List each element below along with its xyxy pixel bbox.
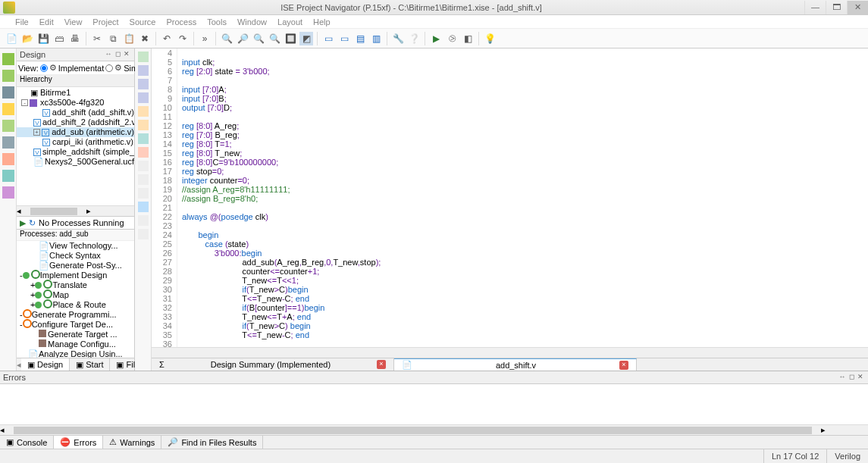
play-icon[interactable]: ▶ [429,32,443,45]
gutter-icon-6[interactable] [138,120,149,130]
process-item[interactable]: -Generate Programmi... [17,310,134,320]
errors-float-icon[interactable]: ◻ [847,373,856,382]
delete-icon[interactable]: ✖ [138,32,152,45]
help-tool-icon[interactable]: ❔ [407,32,421,45]
hierarchy-item[interactable]: Vsimple_addshift (simple_a [17,147,134,157]
tab-close-icon[interactable]: × [377,360,386,369]
play-small-icon[interactable]: ▶ [20,218,26,228]
maximize-button[interactable]: 🗖 [826,1,847,14]
bottom-tab-find-in-files-results[interactable]: 🔎Find in Files Results [161,436,263,449]
panel-arrow-icon[interactable]: ↔ [104,50,113,59]
bottom-tab-errors[interactable]: ⛔Errors [54,436,103,449]
copy-icon[interactable]: ⧉ [106,32,120,45]
rail-icon-1[interactable] [2,53,14,65]
process-item[interactable]: 📄Check Syntax [17,251,134,261]
window-tile-icon[interactable]: ▭ [321,32,335,45]
process-item[interactable]: 📄Analyze Design Usin... [17,349,134,358]
errors-arrow-icon[interactable]: ↔ [838,373,847,382]
wrench-icon[interactable]: 🔧 [391,32,405,45]
save-icon[interactable]: 💾 [36,32,50,45]
undo-icon[interactable]: ↶ [160,32,174,45]
gutter-icon-13[interactable] [138,215,149,226]
window-vsplit-icon[interactable]: ▥ [369,32,383,45]
hierarchy-hscroll[interactable]: ◂▸ [17,205,134,216]
zoom-fit-icon[interactable]: 🔲 [284,32,297,45]
menu-window[interactable]: Window [237,17,267,27]
print-icon[interactable]: 🖶 [68,32,82,45]
open-icon[interactable]: 📂 [20,32,34,45]
cut-icon[interactable]: ✂ [90,32,104,45]
editor-tab[interactable]: 📄add_shift.v× [394,358,637,371]
paste-icon[interactable]: 📋 [122,32,136,45]
lightbulb-icon[interactable]: 💡 [483,32,497,45]
gutter-icon-5[interactable] [138,106,149,117]
rail-icon-7[interactable] [2,153,14,165]
window-tile2-icon[interactable]: ▭ [337,32,351,45]
processes-tree[interactable]: 📄View Technology...📄Check Syntax📄Generat… [17,241,134,358]
menu-source[interactable]: Source [130,17,156,27]
errors-body[interactable] [0,384,868,424]
find-icon[interactable]: 🔍 [220,32,233,45]
panel-close-icon[interactable]: ✕ [122,50,131,59]
tab-close-icon[interactable]: × [619,361,628,370]
menu-project[interactable]: Project [92,17,118,27]
expand-icon[interactable]: + [33,129,40,136]
gutter-icon-3[interactable] [138,79,149,89]
minimize-button[interactable]: — [804,1,826,14]
play-all-icon[interactable]: ⧁ [445,32,459,45]
process-item[interactable]: +Map [17,290,134,300]
process-item[interactable]: +Translate [17,280,134,290]
bottom-tab-warnings[interactable]: ⚠Warnings [103,436,161,449]
gutter-icon-14[interactable] [138,229,149,239]
gutter-icon-10[interactable] [138,174,149,185]
rail-icon-4[interactable] [2,103,14,115]
panel-float-icon[interactable]: ◻ [113,50,122,59]
hierarchy-item[interactable]: +Vadd_sub (arithmetic.v) [17,127,134,137]
expand-icon[interactable]: - [21,99,28,106]
rail-icon-8[interactable] [2,170,14,182]
hierarchy-item[interactable]: ▣Bitirme1 [17,88,134,98]
code-editor[interactable]: 4567891011121314151617181920212223242526… [152,48,868,347]
process-item[interactable]: Manage Configu... [17,339,134,349]
gutter-icon-12[interactable] [138,202,149,212]
editor-tab[interactable]: ΣDesign Summary (Implemented)× [152,358,394,371]
hierarchy-tree[interactable]: ▣Bitirme1-xc3s500e-4fg320Vadd_shift (add… [17,87,134,205]
find-next-icon[interactable]: 🔎 [236,32,249,45]
hierarchy-item[interactable]: Vcarpi_iki (arithmetic.v) [17,137,134,147]
window-hsplit-icon[interactable]: ▤ [353,32,367,45]
left-tab-start[interactable]: ▣Start [70,358,110,371]
code-content[interactable]: input clk;reg [2:0] state = 3'b000;input… [177,48,868,347]
rail-icon-5[interactable] [2,120,14,132]
menu-tools[interactable]: Tools [207,17,227,27]
run-step-icon[interactable]: » [198,32,212,45]
menu-process[interactable]: Process [166,17,196,27]
process-item[interactable]: +Place & Route [17,300,134,310]
rail-icon-9[interactable] [2,186,14,199]
stop-icon[interactable]: ◧ [461,32,475,45]
refresh-icon[interactable]: ↻ [29,218,36,228]
rail-icon-2[interactable] [2,70,14,82]
gutter-icon-4[interactable] [138,92,149,103]
zoom-out-icon[interactable]: 🔍 [268,32,281,45]
gutter-icon-9[interactable] [138,161,149,171]
menu-view[interactable]: View [64,17,83,27]
redo-icon[interactable]: ↷ [176,32,190,45]
process-item[interactable]: -Configure Target De... [17,320,134,330]
gutter-icon-1[interactable] [138,52,149,62]
process-item[interactable]: 📄View Technology... [17,241,134,251]
process-item[interactable]: -Implement Design [17,271,134,280]
zoom-area-icon[interactable]: ◩ [299,32,313,45]
saveall-icon[interactable]: 🗃 [52,32,66,45]
rail-icon-6[interactable] [2,136,14,149]
hierarchy-item[interactable]: Vadd_shift (add_shift.v) [17,108,134,117]
hierarchy-item[interactable]: Vadd_shift_2 (addshift_2.v) [17,117,134,127]
menu-edit[interactable]: Edit [39,17,54,27]
editor-hscroll[interactable] [152,347,868,358]
view-implementation-radio[interactable] [40,64,48,72]
view-simulation-radio[interactable] [105,64,113,72]
process-item[interactable]: Generate Target ... [17,330,134,339]
left-tab-design[interactable]: ▣Design [21,358,70,371]
rail-icon-3[interactable] [2,86,14,99]
close-button[interactable]: ✕ [847,1,868,14]
gutter-icon-8[interactable] [138,147,149,158]
